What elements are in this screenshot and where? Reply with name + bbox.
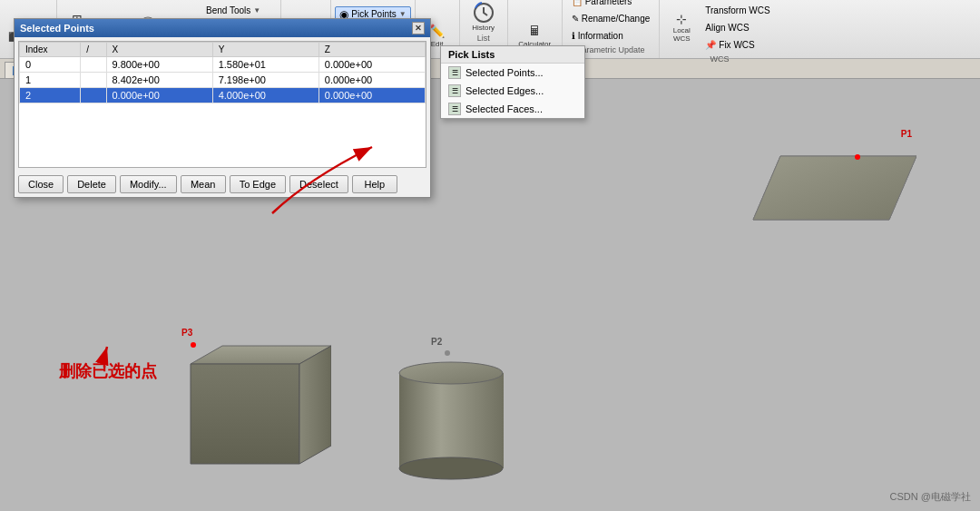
point-p2-dot — [445, 350, 450, 356]
info-label: Information — [578, 31, 623, 41]
box-svg — [163, 337, 331, 473]
align-wcs-label: Align WCS — [705, 23, 749, 33]
table-row[interactable]: 18.402e+007.198e+000.000e+00 — [20, 73, 426, 88]
parameters-icon: 📋 — [572, 0, 583, 6]
wcs-buttons: ⊹ Local WCS Transform WCS Align WCS 📌 Fi… — [665, 2, 773, 53]
chinese-annotation: 删除已选的点 — [59, 360, 157, 382]
history-icon — [471, 0, 496, 25]
selected-edges-item[interactable]: ☰ Selected Edges... — [441, 82, 584, 100]
selected-points-icon: ☰ — [448, 66, 461, 79]
flat-plane-container: P1 — [726, 129, 916, 231]
point-p1-label: P1 — [901, 129, 912, 139]
delete-btn[interactable]: Delete — [67, 175, 116, 193]
history-btn[interactable]: History — [467, 0, 500, 34]
calculator-icon: 🖩 — [524, 21, 544, 41]
bend-tools-chevron: ▼ — [253, 6, 260, 15]
point-p3-label: P3 — [181, 328, 192, 338]
local-wcs-icon: ⊹ — [671, 11, 691, 27]
bend-tools-btn[interactable]: Bend Tools ▼ — [202, 2, 277, 18]
svg-marker-2 — [753, 156, 916, 220]
svg-point-7 — [399, 457, 503, 479]
col-x: X — [106, 43, 212, 57]
modify----btn[interactable]: Modify... — [120, 175, 177, 193]
col-y: Y — [212, 43, 318, 57]
wcs-group: ⊹ Local WCS Transform WCS Align WCS 📌 Fi… — [660, 0, 779, 58]
dialog-titlebar: Selected Points ✕ — [15, 19, 430, 37]
svg-point-8 — [399, 362, 503, 384]
fix-wcs-label: Fix WCS — [719, 40, 754, 50]
pick-points-chevron: ▼ — [399, 10, 407, 18]
point-p2-label: P2 — [431, 337, 442, 347]
box-container: P3 — [163, 337, 331, 475]
transform-wcs-btn[interactable]: Transform WCS — [701, 2, 773, 18]
table-row[interactable]: 09.800e+001.580e+010.000e+00 — [20, 57, 426, 73]
transform-wcs-label: Transform WCS — [705, 5, 769, 15]
selected-faces-label: Selected Faces... — [466, 103, 543, 114]
parameters-btn[interactable]: 📋 Parameters — [568, 0, 654, 9]
wcs-dropdown: Transform WCS Align WCS 📌 Fix WCS — [701, 2, 773, 53]
point-p1-dot — [855, 154, 860, 160]
table-header-row: Index / X Y Z — [20, 43, 426, 57]
pick-lists-dropdown: Pick Lists ☰ Selected Points... ☰ Select… — [440, 45, 585, 119]
dialog-buttons: CloseDeleteModify...MeanTo EdgeDeselectH… — [15, 172, 430, 197]
dialog-table: Index / X Y Z 09.800e+001.580e+010.000e+… — [19, 42, 426, 103]
dialog-title: Selected Points — [20, 23, 94, 34]
col-slash: / — [81, 43, 106, 57]
information-btn[interactable]: ℹ Information — [568, 27, 654, 44]
dialog-close-btn[interactable]: ✕ — [412, 22, 425, 34]
history-list-label: List — [477, 34, 490, 44]
svg-marker-5 — [299, 346, 331, 464]
local-wcs-label: Local WCS — [667, 27, 696, 44]
table-row[interactable]: 20.000e+004.000e+000.000e+00 — [20, 88, 426, 103]
point-p3-dot — [191, 342, 196, 348]
selected-faces-icon: ☰ — [448, 103, 461, 115]
col-z: Z — [318, 43, 425, 57]
svg-marker-4 — [191, 364, 299, 464]
fix-wcs-btn[interactable]: 📌 Fix WCS — [701, 36, 773, 53]
selected-edges-label: Selected Edges... — [466, 85, 544, 96]
rename-icon: ✎ — [572, 14, 579, 24]
align-wcs-btn[interactable]: Align WCS — [701, 19, 773, 35]
rename-label: Rename/Change — [582, 14, 651, 24]
selected-edges-icon: ☰ — [448, 84, 461, 97]
mean-btn[interactable]: Mean — [181, 175, 226, 193]
close-btn[interactable]: Close — [18, 175, 64, 193]
bend-tools-label: Bend Tools — [206, 5, 250, 15]
info-icon: ℹ — [572, 31, 575, 41]
selected-points-item[interactable]: ☰ Selected Points... — [441, 64, 584, 82]
history-label: History — [472, 25, 495, 33]
wcs-label: WCS — [665, 54, 773, 65]
deselect-btn[interactable]: Deselect — [289, 175, 348, 193]
dropdown-header: Pick Lists — [441, 46, 584, 64]
dialog-table-body: 09.800e+001.580e+010.000e+0018.402e+007.… — [20, 57, 426, 103]
selected-faces-item[interactable]: ☰ Selected Faces... — [441, 100, 584, 118]
col-index: Index — [20, 43, 81, 57]
to-edge-btn[interactable]: To Edge — [230, 175, 286, 193]
help-btn[interactable]: Help — [352, 175, 397, 193]
svg-rect-6 — [399, 373, 504, 468]
parametric-items: 📋 Parameters ✎ Rename/Change ℹ Informati… — [568, 0, 654, 44]
selected-points-dialog: Selected Points ✕ Index / X Y Z 09.800e+… — [14, 18, 431, 198]
cylinder-container: P2 — [390, 341, 513, 484]
fix-wcs-icon: 📌 — [705, 40, 716, 50]
rename-change-btn[interactable]: ✎ Rename/Change — [568, 10, 654, 26]
cylinder-svg — [390, 341, 513, 482]
dialog-table-container[interactable]: Index / X Y Z 09.800e+001.580e+010.000e+… — [18, 41, 426, 168]
parameters-label: Parameters — [585, 0, 632, 6]
watermark: CSDN @电磁学社 — [890, 490, 971, 504]
selected-points-label: Selected Points... — [466, 67, 544, 78]
parametric-label: Parametric Update — [576, 45, 644, 56]
local-wcs-btn[interactable]: ⊹ Local WCS — [665, 9, 698, 45]
flat-plane-svg — [726, 129, 916, 229]
